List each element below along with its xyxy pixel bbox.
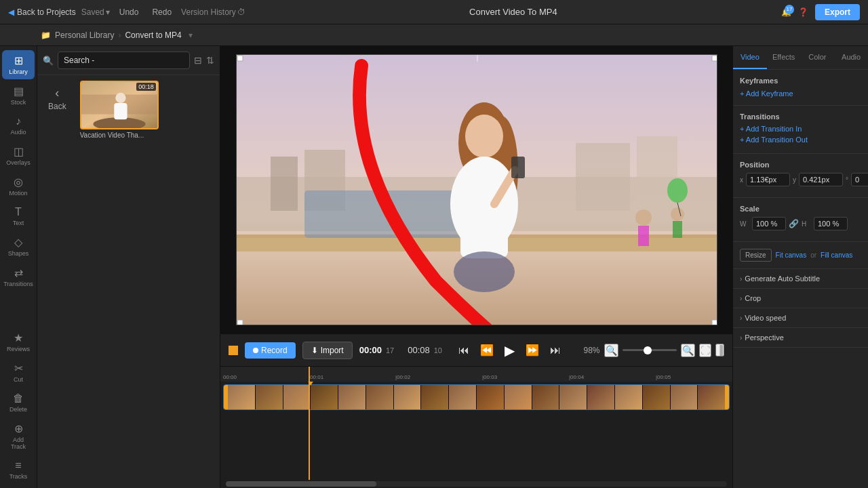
version-history[interactable]: Version History ⏱ [181, 7, 245, 17]
film-cell [228, 385, 256, 409]
sidebar-item-transitions[interactable]: ⇄ Transitions [2, 262, 35, 291]
sidebar-item-text[interactable]: T Text [2, 202, 35, 230]
sidebar-text-label: Text [13, 220, 24, 226]
height-scale-input[interactable] [814, 217, 848, 230]
sidebar-item-overlays[interactable]: ◫ Overlays [2, 141, 35, 170]
zoom-out-icon[interactable]: 🔍 [604, 344, 618, 357]
crop-row[interactable]: › Crop [733, 289, 868, 308]
breadcrumb-current: Convert to MP4 [125, 30, 181, 40]
right-tabs: Video Effects Color Audio [733, 46, 868, 70]
resize-button[interactable]: Resize [740, 249, 772, 262]
cut-icon: ✂ [14, 362, 23, 375]
sidebar-item-library[interactable]: ⊞ Library [2, 50, 35, 79]
film-cell [559, 385, 587, 409]
back-to-projects-button[interactable]: ◀ Back to Projects [8, 7, 76, 17]
film-cell [449, 385, 477, 409]
redo-button[interactable]: Redo [148, 6, 176, 18]
scrubber-knob[interactable] [229, 346, 238, 355]
total-time: 00:08 [408, 345, 430, 355]
video-track[interactable] [223, 384, 730, 410]
motion-icon: ◎ [14, 176, 23, 188]
generate-auto-subtitle-row[interactable]: › Generate Auto Subtitle [733, 269, 868, 289]
sidebar-item-delete[interactable]: 🗑 Delete [2, 388, 35, 417]
fill-canvas-button[interactable]: Fill canvas [821, 251, 852, 259]
tab-effects[interactable]: Effects [767, 46, 801, 69]
skip-to-start-button[interactable]: ⏮ [456, 342, 472, 359]
record-button[interactable]: Record [245, 342, 296, 359]
filter-icon[interactable]: ⊟ [194, 55, 202, 66]
library-icon: ⊞ [14, 54, 23, 67]
current-time: 00:00 [359, 345, 382, 355]
main-layout: ⊞ Library ▤ Stock ♪ Audio ◫ Overlays ◎ M… [0, 46, 868, 488]
breadcrumb-sep: › [118, 30, 121, 40]
auto-subtitle-arrow-icon: › [740, 275, 742, 283]
crop-arrow-icon: › [740, 295, 742, 302]
expand-button[interactable]: ⛶ [699, 344, 711, 357]
sidebar-stock-label: Stock [11, 99, 26, 106]
video-speed-arrow-icon: › [740, 314, 742, 322]
media-back-arrow-icon: ‹ [55, 86, 59, 100]
width-label: W [740, 220, 749, 228]
film-cell [311, 385, 338, 409]
import-button[interactable]: ⬇ Import [302, 342, 353, 359]
y-position-input[interactable] [799, 173, 843, 186]
add-keyframe-button[interactable]: + Add Keyframe [740, 89, 793, 98]
x-position-input[interactable] [746, 173, 790, 186]
preview-area: Record ⬇ Import 00:00 17 00:08 10 ⏮ ⏪ ▶ … [220, 46, 732, 488]
sidebar-item-add-track[interactable]: ⊕ Add Track [2, 418, 35, 454]
media-thumbnail[interactable]: 00:18 Vacation Video Tha... [80, 81, 159, 139]
sidebar-item-shapes[interactable]: ◇ Shapes [2, 232, 35, 261]
sidebar-item-tracks[interactable]: ≡ Tracks [2, 455, 35, 484]
sort-icon[interactable]: ⇅ [206, 55, 214, 66]
play-button[interactable]: ▶ [502, 340, 517, 361]
ruler-tick-4: |00:04 [569, 374, 584, 380]
fit-canvas-button[interactable]: Fit canvas [776, 251, 807, 259]
volume-icon[interactable]: ▐ [715, 344, 724, 357]
skip-to-end-button[interactable]: ⏭ [547, 342, 564, 359]
timeline-tracks[interactable] [220, 382, 732, 480]
rotation-input[interactable] [851, 173, 868, 186]
resize-row: Resize Fit canvas or Fill canvas [740, 249, 861, 262]
export-button[interactable]: Export [815, 4, 860, 20]
svg-rect-9 [576, 143, 630, 211]
sidebar-item-audio[interactable]: ♪ Audio [2, 111, 35, 140]
add-transition-in-button[interactable]: + Add Transition In [740, 125, 861, 133]
tab-video[interactable]: Video [733, 46, 767, 69]
timeline-scrollbar[interactable] [226, 481, 727, 487]
breadcrumb-root[interactable]: Personal Library [55, 30, 114, 40]
ruler-tick-1: |00:01 [309, 374, 323, 380]
scale-section: Scale W 🔗 H [733, 198, 868, 242]
rewind-button[interactable]: ⏪ [477, 341, 496, 359]
scale-link-icon[interactable]: 🔗 [789, 219, 799, 228]
sidebar-item-stock[interactable]: ▤ Stock [2, 81, 35, 110]
tab-audio[interactable]: Audio [834, 46, 868, 69]
width-scale-input[interactable] [752, 217, 786, 230]
sidebar-audio-label: Audio [10, 129, 26, 136]
svg-point-22 [635, 209, 652, 226]
breadcrumb-chevron-icon[interactable]: ▾ [189, 30, 193, 40]
help-icon[interactable]: ❓ [798, 7, 808, 17]
sidebar-transitions-label: Transitions [3, 281, 33, 287]
x-label: x [740, 176, 743, 184]
media-back-button[interactable]: ‹ Back [48, 86, 66, 111]
video-preview [220, 46, 732, 333]
tab-color[interactable]: Color [801, 46, 835, 69]
svg-rect-30 [237, 320, 243, 325]
perspective-row[interactable]: › Perspective [733, 328, 868, 348]
sidebar-item-cut[interactable]: ✂ Cut [2, 358, 35, 387]
playhead-ruler [309, 367, 310, 382]
add-transition-out-button[interactable]: + Add Transition Out [740, 136, 861, 144]
zoom-slider[interactable] [623, 349, 677, 351]
sidebar-item-motion[interactable]: ◎ Motion [2, 171, 35, 201]
fast-forward-button[interactable]: ⏩ [523, 341, 542, 359]
svg-rect-28 [237, 56, 243, 61]
topbar: ◀ Back to Projects Saved ▾ Undo Redo Ver… [0, 0, 868, 24]
sidebar-item-reviews[interactable]: ★ Reviews [2, 327, 35, 357]
breadcrumb: 📁 Personal Library › Convert to MP4 ▾ [0, 24, 868, 46]
undo-button[interactable]: Undo [115, 6, 143, 18]
left-sidebar: ⊞ Library ▤ Stock ♪ Audio ◫ Overlays ◎ M… [0, 46, 37, 488]
zoom-in-icon[interactable]: 🔍 [681, 344, 695, 357]
search-input[interactable] [58, 52, 190, 69]
notification-icon[interactable]: 🔔 17 [781, 7, 791, 17]
video-speed-row[interactable]: › Video speed [733, 308, 868, 328]
